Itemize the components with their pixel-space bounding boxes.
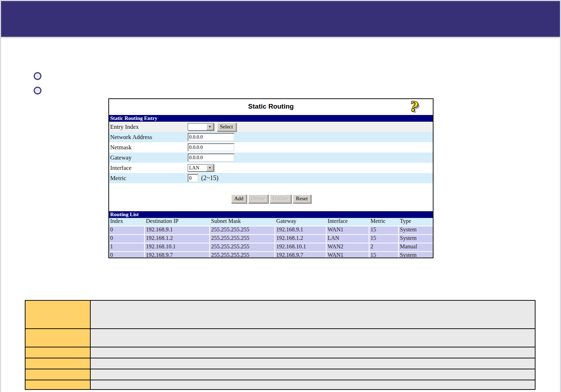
table-row [25, 369, 535, 380]
routing-cell: 192.168.9.7 [275, 252, 327, 258]
action-button-strip: AddDeleteUpdateReset [109, 194, 433, 204]
routing-cell: 192.168.9.7 [145, 252, 210, 258]
routing-cell: 0 [109, 235, 145, 243]
table-row [25, 329, 535, 347]
routing-row: 0192.168.1.2255.255.255.255192.168.1.2LA… [109, 234, 433, 243]
ref-key-cell [25, 369, 90, 380]
column-header-destination-ip: Destination IP [145, 218, 210, 226]
routing-cell: 192.168.10.1 [145, 243, 210, 251]
routing-cell: WAN1 [327, 252, 369, 258]
table-row [25, 347, 535, 358]
table-row [25, 358, 535, 369]
page-title: Static Routing [109, 103, 433, 110]
metric-range-hint: (2~15) [201, 174, 219, 182]
ref-value-cell [90, 380, 535, 390]
interface-select[interactable]: LAN ▼ [188, 164, 214, 172]
reset-button[interactable]: Reset [293, 194, 311, 203]
static-routing-panel: Static Routing ? Static Routing Entry En… [108, 98, 434, 258]
routing-cell: 192.168.9.1 [145, 226, 210, 234]
ref-value-cell [90, 329, 535, 347]
network-address-row: Network Address [109, 132, 433, 142]
gateway-row: Gateway [109, 152, 433, 163]
routing-cell: Manual [399, 243, 433, 251]
ref-key-cell [25, 329, 90, 347]
network-address-label: Network Address [109, 134, 188, 141]
panel-title-row: Static Routing ? [109, 99, 433, 115]
gateway-field[interactable] [188, 154, 234, 162]
routing-cell: 255.255.255.255 [210, 226, 275, 234]
circle-bullet-icon [34, 72, 41, 80]
ref-key-cell [25, 358, 90, 369]
entry-index-select[interactable]: ▼ [188, 123, 214, 131]
routing-cell: 192.168.1.2 [275, 235, 327, 243]
routing-row: 0192.168.9.1255.255.255.255192.168.9.1WA… [109, 226, 433, 234]
chevron-down-icon[interactable]: ▼ [206, 165, 214, 171]
routing-cell: 255.255.255.255 [210, 243, 275, 251]
routing-cell: System [399, 252, 433, 258]
delete-button: Delete [248, 194, 268, 203]
entry-index-label: Entry Index [109, 123, 188, 131]
network-address-field[interactable] [188, 133, 234, 141]
routing-cell: 15 [369, 226, 399, 234]
ref-value-cell [90, 347, 535, 358]
ref-value-cell [90, 358, 535, 369]
entry-index-row: Entry Index ▼ Select [109, 122, 433, 132]
routing-row: 1192.168.10.1255.255.255.255192.168.10.1… [109, 243, 433, 251]
routing-cell: 192.168.10.1 [275, 243, 327, 251]
interface-label: Interface [109, 165, 188, 172]
chevron-down-icon[interactable]: ▼ [206, 123, 214, 130]
routing-cell: WAN1 [327, 226, 369, 234]
table-row [25, 380, 535, 390]
circle-bullet-icon [34, 87, 41, 94]
interface-row: LAN ▼ Interface [109, 163, 433, 173]
column-header-type: Type [399, 218, 433, 226]
metric-field[interactable] [188, 174, 198, 182]
column-header-gateway: Gateway [275, 218, 327, 226]
routing-row: 0192.168.9.7255.255.255.255192.168.9.7WA… [109, 251, 433, 258]
ref-key-cell [25, 347, 90, 358]
routing-cell: 0 [109, 226, 145, 234]
routing-cell: 255.255.255.255 [210, 235, 275, 243]
routing-cell: 2 [369, 243, 399, 251]
routing-cell: 192.168.9.1 [275, 226, 327, 234]
metric-label: Metric [109, 175, 188, 182]
routing-rows: 0192.168.9.1255.255.255.255192.168.9.1WA… [109, 226, 433, 258]
add-button[interactable]: Add [231, 194, 246, 203]
routing-cell: 15 [369, 252, 399, 258]
section-header-routing-list: Routing List [109, 211, 433, 218]
column-header-interface: Interface [327, 218, 369, 226]
routing-cell: System [399, 235, 433, 243]
routing-cell: 15 [369, 235, 399, 243]
select-button[interactable]: Select [217, 122, 236, 131]
ref-value-cell [90, 300, 535, 329]
netmask-field[interactable] [188, 143, 234, 151]
netmask-row: Netmask [109, 142, 433, 152]
spacer [109, 204, 433, 211]
routing-cell: System [399, 226, 433, 234]
ref-value-cell [90, 369, 535, 380]
routing-cell: WAN2 [327, 243, 369, 251]
table-row [25, 300, 535, 329]
netmask-label: Netmask [109, 144, 188, 151]
column-header-subnet-mask: Subnet Mask [210, 218, 275, 226]
question-mark-icon[interactable]: ? [409, 99, 419, 114]
metric-row: Metric (2~15) [109, 173, 433, 183]
interface-value: LAN [188, 165, 206, 171]
column-header-metric: Metric [369, 218, 399, 226]
gateway-label: Gateway [109, 154, 188, 161]
section-header-entry: Static Routing Entry [109, 115, 433, 122]
routing-cell: 192.168.1.2 [145, 235, 210, 243]
ref-key-cell [25, 300, 90, 329]
reference-table [25, 300, 536, 390]
routing-cell: 1 [109, 243, 145, 251]
entry-index-value [188, 123, 206, 130]
routing-cell: 0 [109, 252, 145, 258]
routing-list-header: Index Destination IP Subnet Mask Gateway… [109, 218, 433, 226]
ref-key-cell [25, 380, 90, 390]
routing-cell: LAN [327, 235, 369, 243]
column-header-index: Index [109, 218, 145, 226]
update-button: Update [270, 194, 291, 203]
page-banner [1, 1, 560, 38]
routing-cell: 255.255.255.255 [210, 252, 275, 258]
